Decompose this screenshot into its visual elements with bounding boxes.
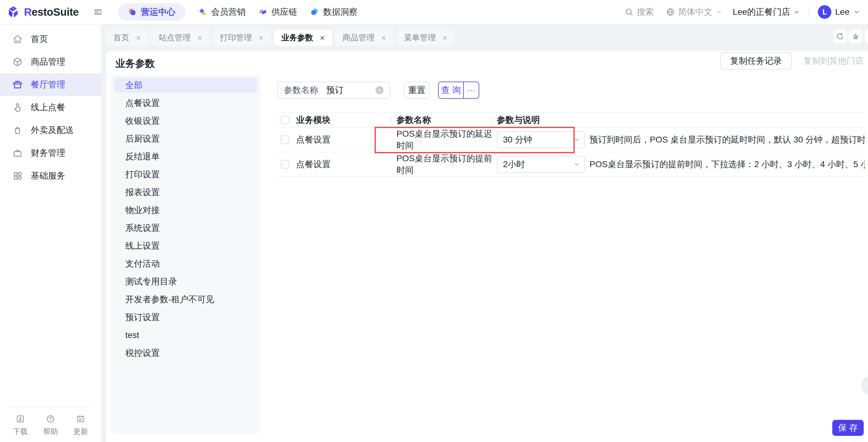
category-item[interactable]: test	[114, 328, 257, 343]
query-button[interactable]: 查 询	[438, 82, 464, 99]
parameter-content: 参数名称 预订 × 重置 查 询 ··· 业务模块 参数名称 参数与说明 点餐设…	[277, 82, 865, 442]
category-item[interactable]: 报表设置	[114, 185, 257, 200]
column-header-param-desc: 参数与说明	[497, 114, 589, 126]
tab-close-icon[interactable]: ×	[381, 34, 386, 42]
category-item[interactable]: 收银设置	[114, 114, 257, 128]
update-icon	[76, 414, 85, 423]
tab-close-icon[interactable]: ×	[443, 34, 447, 42]
sidebar-item-delivery[interactable]: 外卖及配送	[0, 119, 101, 141]
top-nav: 营运中心 会员营销 供应链	[118, 3, 358, 21]
chevron-down-icon	[853, 9, 860, 15]
category-item[interactable]: 开发者参数-租户不可见	[114, 292, 257, 307]
category-item[interactable]: 后厨设置	[114, 131, 257, 146]
reset-button[interactable]: 重置	[404, 82, 430, 99]
table-header-row: 业务模块 参数名称 参数与说明	[277, 112, 865, 128]
category-item[interactable]: 支付活动	[114, 256, 257, 271]
download-icon	[16, 414, 25, 423]
row-checkbox[interactable]	[281, 160, 289, 169]
category-item[interactable]: 点餐设置	[114, 96, 257, 110]
tab-site-management[interactable]: 站点管理 ×	[151, 30, 209, 46]
bag-icon	[12, 125, 23, 135]
download-button[interactable]: 下载	[13, 414, 28, 437]
category-item[interactable]: 税控设置	[114, 346, 257, 360]
update-button[interactable]: 更新	[73, 414, 88, 437]
nav-operations-center[interactable]: 营运中心	[118, 3, 185, 21]
copy-to-other-stores-button[interactable]: 复制到其他门店	[803, 55, 864, 67]
sidebar-item-label: 基础服务	[31, 170, 65, 182]
category-item[interactable]: 测试专用目录	[114, 274, 257, 289]
category-item[interactable]: 系统设置	[114, 221, 257, 235]
sidebar-item-finance[interactable]: 财务管理	[0, 141, 101, 164]
cube-icon	[12, 57, 23, 67]
tab-label: 打印管理	[220, 32, 252, 43]
nav-label: 数据洞察	[323, 6, 358, 18]
sidebar-item-label: 线上点餐	[31, 102, 65, 113]
tab-close-icon[interactable]: ×	[320, 34, 325, 42]
copy-task-record-button[interactable]: 复制任务记录	[720, 52, 792, 69]
category-item[interactable]: 线上设置	[114, 239, 257, 253]
sidebar-item-restaurant[interactable]: 餐厅管理	[0, 73, 101, 96]
tab-label: 首页	[113, 32, 129, 43]
globe-icon	[666, 7, 675, 17]
footer-label: 下载	[13, 427, 28, 437]
storefront-icon	[12, 80, 23, 90]
category-item[interactable]: 预订设置	[114, 310, 257, 325]
partial-edge-button[interactable]	[865, 30, 868, 43]
brand-logo[interactable]: RestoSuite	[6, 5, 79, 19]
sidebar-item-online-ordering[interactable]: 线上点餐	[0, 96, 101, 119]
tab-label: 菜单管理	[404, 32, 436, 43]
sidebar-item-label: 商品管理	[31, 56, 65, 68]
tab-bar: 首页 × 站点管理 × 打印管理 × 业务参数 × 商品管理 × 菜单管理 ×	[101, 25, 868, 51]
filter-value[interactable]: 预订	[326, 84, 375, 96]
tab-home[interactable]: 首页 ×	[106, 30, 148, 46]
clear-cache-button[interactable]	[849, 30, 863, 43]
row-checkbox[interactable]	[281, 135, 289, 144]
more-filters-button[interactable]: ···	[463, 82, 479, 99]
global-search[interactable]: 搜索	[624, 6, 654, 18]
category-item[interactable]: 打印设置	[114, 167, 257, 182]
tab-print-management[interactable]: 打印管理 ×	[212, 30, 271, 46]
tab-close-icon[interactable]: ×	[197, 34, 202, 42]
category-item[interactable]: 物业对接	[114, 203, 257, 218]
sidebar-item-label: 首页	[31, 33, 48, 45]
tab-close-icon[interactable]: ×	[136, 34, 141, 42]
sidebar-footer: 下载 帮助 更新	[8, 407, 93, 442]
nav-supply-chain[interactable]: 供应链	[258, 3, 297, 21]
tab-business-parameters[interactable]: 业务参数 ×	[274, 30, 332, 46]
tab-actions	[833, 30, 868, 43]
category-item[interactable]: 反结退单	[114, 149, 257, 164]
store-switcher[interactable]: Lee的正餐门店	[733, 6, 800, 18]
user-name: Lee	[835, 7, 849, 17]
module-cell: 点餐设置	[296, 134, 397, 146]
nav-member-marketing[interactable]: 会员营销	[198, 3, 246, 21]
sidebar-collapse-icon[interactable]	[93, 7, 103, 17]
tab-close-icon[interactable]: ×	[258, 34, 263, 42]
clear-input-icon[interactable]: ×	[375, 86, 383, 94]
select-all-checkbox[interactable]	[281, 116, 289, 124]
module-cell: 点餐设置	[296, 159, 397, 170]
help-button[interactable]: 帮助	[43, 414, 58, 437]
brand-logo-icon	[6, 5, 20, 19]
sidebar-item-home[interactable]: 首页	[0, 28, 101, 51]
chevron-down-icon	[573, 136, 581, 144]
tab-label: 业务参数	[281, 32, 313, 43]
supply-chain-icon	[258, 8, 267, 16]
search-icon	[624, 7, 634, 17]
delay-time-select[interactable]: 30 分钟	[497, 131, 585, 148]
save-button[interactable]: 保 存	[832, 420, 864, 436]
sidebar-item-basic-services[interactable]: 基础服务	[0, 164, 101, 187]
tab-product-management[interactable]: 商品管理 ×	[335, 30, 393, 46]
param-description: POS桌台显示预订的提前时间，下拉选择：2 小时、3 小时、4 小时、5 小时	[589, 159, 865, 170]
filter-label: 参数名称	[284, 84, 318, 96]
nav-label: 供应链	[272, 6, 297, 18]
refresh-button[interactable]	[833, 30, 847, 43]
chevron-down-icon	[716, 9, 722, 15]
advance-time-select[interactable]: 2小时	[497, 156, 585, 173]
category-item-all[interactable]: 全部	[114, 78, 257, 93]
nav-data-insight[interactable]: 数据洞察	[310, 3, 358, 21]
sidebar-item-products[interactable]: 商品管理	[0, 51, 101, 73]
param-name-filter[interactable]: 参数名称 预订 ×	[277, 82, 390, 99]
language-switcher[interactable]: 简体中文	[666, 6, 722, 18]
tab-menu-management[interactable]: 菜单管理 ×	[397, 30, 455, 46]
user-menu[interactable]: L Lee	[818, 5, 860, 19]
